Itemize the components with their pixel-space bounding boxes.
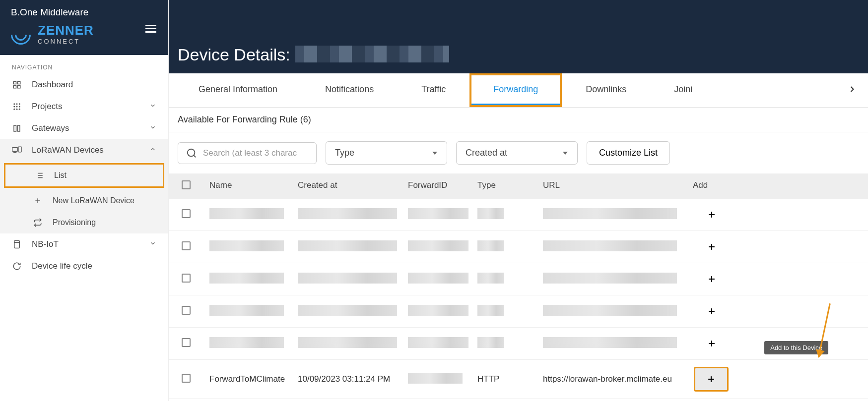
plus-icon xyxy=(707,306,717,316)
cell-url: https://lorawan-broker.mclimate.eu xyxy=(543,374,683,384)
add-button[interactable] xyxy=(703,302,721,320)
plus-icon xyxy=(706,374,716,384)
redacted-value xyxy=(298,273,397,284)
column-header-type[interactable]: Type xyxy=(477,180,543,192)
sidebar-item-new-lorawan-device[interactable]: New LoRaWAN Device xyxy=(0,190,168,212)
svg-point-10 xyxy=(13,109,15,110)
redacted-value xyxy=(209,305,284,316)
dropdown-arrow-icon xyxy=(432,150,438,156)
svg-rect-16 xyxy=(18,147,21,152)
chevron-down-icon xyxy=(149,102,156,112)
row-checkbox[interactable] xyxy=(182,274,191,283)
chevron-down-icon xyxy=(149,123,156,133)
sidebar-item-label: LoRaWAN Devices xyxy=(32,145,104,155)
redacted-value xyxy=(408,305,468,316)
redacted-value xyxy=(298,240,397,251)
svg-rect-3 xyxy=(18,86,20,88)
search-input[interactable] xyxy=(203,148,308,158)
plus-icon xyxy=(707,210,717,220)
redacted-value xyxy=(477,337,504,348)
forwarding-rules-table: Name Created at ForwardID Type URL Add xyxy=(169,173,868,399)
redacted-value xyxy=(298,337,397,348)
tab-downlinks[interactable]: Downlinks xyxy=(562,73,650,107)
svg-point-6 xyxy=(19,103,20,105)
redacted-value xyxy=(209,337,284,348)
plus-icon xyxy=(33,196,43,206)
redacted-value xyxy=(543,208,677,219)
app-title: B.One Middleware xyxy=(11,7,157,18)
column-header-url[interactable]: URL xyxy=(543,180,683,192)
row-checkbox[interactable] xyxy=(182,209,191,218)
column-header-forwardid[interactable]: ForwardID xyxy=(408,180,477,192)
chevron-down-icon xyxy=(149,239,156,249)
svg-point-9 xyxy=(19,106,20,108)
search-box[interactable] xyxy=(178,142,317,164)
nav-section-label: NAVIGATION xyxy=(0,55,168,74)
add-button[interactable] xyxy=(694,367,729,392)
redacted-device-name xyxy=(295,46,449,62)
tab-forwarding[interactable]: Forwarding xyxy=(471,75,560,105)
tabs-scroll-right-button[interactable] xyxy=(842,84,862,96)
svg-point-28 xyxy=(188,149,195,156)
plus-icon xyxy=(707,339,717,348)
cell-name: ForwardToMClimate xyxy=(203,374,298,384)
tab-joining[interactable]: Joini xyxy=(650,73,696,107)
sidebar-item-list[interactable]: List xyxy=(4,163,164,188)
sidebar-header: B.One Middleware ZENNER CONNECT xyxy=(0,0,168,55)
column-header-name[interactable]: Name xyxy=(203,180,298,192)
redacted-value xyxy=(477,273,504,284)
nbiot-icon xyxy=(12,239,22,249)
menu-toggle-button[interactable] xyxy=(145,23,156,35)
tab-traffic[interactable]: Traffic xyxy=(398,73,469,107)
redacted-value xyxy=(543,305,677,316)
list-icon xyxy=(34,171,44,180)
cell-created: 10/09/2023 03:11:24 PM xyxy=(298,374,408,384)
sidebar-item-nb-iot[interactable]: NB-IoT xyxy=(0,233,168,255)
tabs-bar: General Information Notifications Traffi… xyxy=(169,73,868,108)
row-checkbox[interactable] xyxy=(182,241,191,250)
svg-rect-0 xyxy=(13,81,16,84)
add-button[interactable] xyxy=(703,206,721,224)
svg-rect-26 xyxy=(14,241,20,248)
sidebar-item-dashboard[interactable]: Dashboard xyxy=(0,74,168,96)
sidebar-item-label: Gateways xyxy=(32,123,69,133)
sidebar-item-provisioning[interactable]: Provisioning xyxy=(0,212,168,233)
sidebar-item-lorawan-devices[interactable]: LoRaWAN Devices xyxy=(0,139,168,161)
cell-type: HTTP xyxy=(477,374,543,384)
type-dropdown[interactable]: Type xyxy=(326,141,447,165)
tab-notifications[interactable]: Notifications xyxy=(301,73,398,107)
redacted-value xyxy=(408,337,468,348)
redacted-value xyxy=(408,373,463,384)
created-at-dropdown[interactable]: Created at xyxy=(456,141,578,165)
redacted-value xyxy=(477,305,504,316)
row-checkbox[interactable] xyxy=(182,338,191,347)
redacted-value xyxy=(543,240,677,251)
column-header-created[interactable]: Created at xyxy=(298,180,408,192)
sidebar-item-gateways[interactable]: Gateways xyxy=(0,117,168,139)
add-button[interactable] xyxy=(703,270,721,288)
row-checkbox[interactable] xyxy=(182,374,191,383)
sidebar-item-label: Device life cycle xyxy=(32,261,92,271)
sidebar-item-label: Dashboard xyxy=(32,80,73,90)
grid-icon xyxy=(12,102,22,112)
sidebar-item-label: NB-IoT xyxy=(32,239,59,249)
sidebar: B.One Middleware ZENNER CONNECT NAVIGATI… xyxy=(0,0,169,401)
table-row xyxy=(169,199,868,231)
table-row: ForwardToMClimate 10/09/2023 03:11:24 PM… xyxy=(169,360,868,399)
redacted-value xyxy=(209,208,284,219)
tab-general-information[interactable]: General Information xyxy=(175,73,301,107)
provisioning-icon xyxy=(33,218,43,228)
svg-point-11 xyxy=(16,109,18,110)
svg-rect-1 xyxy=(18,81,20,84)
sidebar-item-projects[interactable]: Projects xyxy=(0,96,168,117)
add-button[interactable] xyxy=(703,335,721,352)
select-all-checkbox[interactable] xyxy=(182,180,191,189)
customize-list-button[interactable]: Customize List xyxy=(587,141,670,165)
row-checkbox[interactable] xyxy=(182,306,191,315)
lorawan-submenu: List New LoRaWAN Device Provisioning xyxy=(0,161,168,233)
redacted-value xyxy=(408,240,468,251)
sidebar-item-device-life-cycle[interactable]: Device life cycle xyxy=(0,255,168,277)
chevron-up-icon xyxy=(149,145,156,155)
column-header-add: Add xyxy=(683,180,868,192)
add-button[interactable] xyxy=(703,238,721,256)
